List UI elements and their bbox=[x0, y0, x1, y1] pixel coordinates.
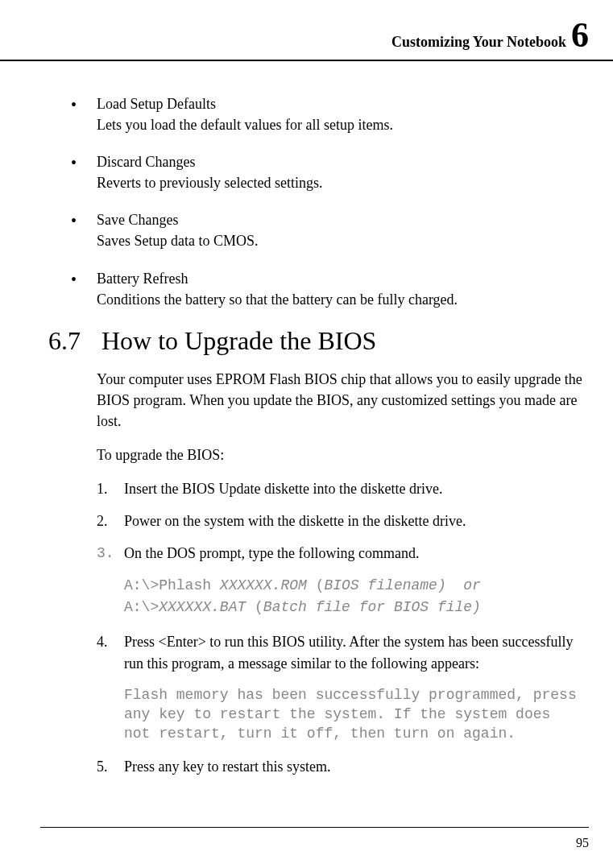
step-text: Press <Enter> to run this BIOS utility. … bbox=[124, 634, 574, 671]
lead-text: To upgrade the BIOS: bbox=[56, 444, 589, 465]
step-text: Insert the BIOS Update diskette into the… bbox=[124, 481, 442, 497]
item-desc: Conditions the battery so that the batte… bbox=[97, 289, 589, 310]
code-text: ( bbox=[255, 599, 263, 615]
step-marker: 3. bbox=[97, 543, 114, 564]
code-text: A:\>Phlash bbox=[124, 577, 220, 593]
item-desc: Lets you load the default values for all… bbox=[97, 114, 589, 135]
list-item: 5. Press any key to restart this system. bbox=[97, 756, 589, 777]
bullet-list: Load Setup Defaults Lets you load the de… bbox=[56, 93, 589, 310]
numbered-list: 1. Insert the BIOS Update diskette into … bbox=[56, 478, 589, 564]
item-title: Load Setup Defaults bbox=[97, 93, 589, 114]
code-text: ( bbox=[316, 577, 325, 593]
section-heading: 6.7 How to Upgrade the BIOS bbox=[48, 326, 589, 356]
numbered-list: 4. Press <Enter> to run this BIOS utilit… bbox=[56, 631, 589, 673]
code-text: A:\> bbox=[124, 599, 159, 615]
step-marker: 2. bbox=[97, 510, 108, 531]
item-desc: Reverts to previously selected settings. bbox=[97, 172, 589, 193]
header-title: Customizing Your Notebook bbox=[391, 34, 566, 51]
item-desc: Saves Setup data to CMOS. bbox=[97, 230, 589, 251]
page-content: Load Setup Defaults Lets you load the de… bbox=[0, 61, 613, 778]
item-title: Discard Changes bbox=[97, 151, 589, 172]
list-item: 2. Power on the system with the diskette… bbox=[97, 510, 589, 531]
item-title: Save Changes bbox=[97, 209, 589, 230]
code-block: A:\>Phlash XXXXXX.ROM (BIOS filename) or… bbox=[56, 575, 589, 618]
header-chapter: 6 bbox=[571, 18, 589, 53]
code-message: Flash memory has been successfully progr… bbox=[56, 685, 589, 744]
code-text: Batch file for BIOS file) bbox=[263, 599, 481, 615]
list-item: 4. Press <Enter> to run this BIOS utilit… bbox=[97, 631, 589, 673]
page-header: Customizing Your Notebook 6 bbox=[0, 0, 613, 61]
list-item: Battery Refresh Conditions the battery s… bbox=[97, 268, 589, 310]
intro-paragraph: Your computer uses EPROM Flash BIOS chip… bbox=[56, 369, 589, 432]
numbered-list: 5. Press any key to restart this system. bbox=[56, 756, 589, 777]
step-text: Power on the system with the diskette in… bbox=[124, 513, 466, 529]
code-text: BIOS filename) or bbox=[324, 577, 480, 593]
page-number: 95 bbox=[576, 836, 589, 850]
section-title: How to Upgrade the BIOS bbox=[101, 326, 376, 356]
section-number: 6.7 bbox=[48, 326, 81, 356]
step-marker: 5. bbox=[97, 756, 108, 777]
step-text: On the DOS prompt, type the following co… bbox=[124, 545, 419, 561]
code-text: XXXXXX.ROM bbox=[220, 577, 316, 593]
code-text: XXXXXX.BAT bbox=[159, 599, 255, 615]
list-item: Save Changes Saves Setup data to CMOS. bbox=[97, 209, 589, 251]
step-marker: 1. bbox=[97, 478, 108, 499]
list-item: Load Setup Defaults Lets you load the de… bbox=[97, 93, 589, 135]
step-marker: 4. bbox=[97, 631, 108, 652]
item-title: Battery Refresh bbox=[97, 268, 589, 289]
list-item: 1. Insert the BIOS Update diskette into … bbox=[97, 478, 589, 499]
footer-divider bbox=[40, 827, 589, 828]
list-item: Discard Changes Reverts to previously se… bbox=[97, 151, 589, 193]
step-text: Press any key to restart this system. bbox=[124, 758, 330, 775]
list-item: 3. On the DOS prompt, type the following… bbox=[97, 543, 589, 564]
